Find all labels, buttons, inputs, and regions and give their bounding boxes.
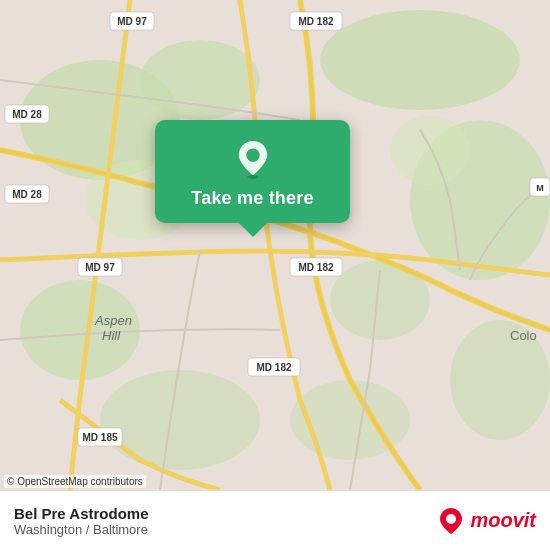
map-container: MD 182 MD 97 MD 28 MD 28 MD 97 MD 182 MD… bbox=[0, 0, 550, 490]
svg-text:MD 28: MD 28 bbox=[12, 189, 42, 200]
location-popup: Take me there bbox=[155, 120, 350, 223]
svg-text:MD 97: MD 97 bbox=[117, 16, 147, 27]
location-info: Bel Pre Astrodome Washington / Baltimore bbox=[14, 505, 148, 537]
svg-text:Hill: Hill bbox=[102, 328, 121, 343]
location-region: Washington / Baltimore bbox=[14, 522, 148, 537]
location-name: Bel Pre Astrodome bbox=[14, 505, 148, 522]
svg-text:MD 185: MD 185 bbox=[82, 432, 117, 443]
svg-point-35 bbox=[246, 149, 259, 162]
svg-point-12 bbox=[390, 115, 470, 185]
svg-point-3 bbox=[320, 10, 520, 110]
svg-point-6 bbox=[20, 280, 140, 380]
osm-attribution: © OpenStreetMap contributors bbox=[4, 475, 146, 488]
svg-point-2 bbox=[140, 40, 260, 120]
moovit-logo: moovit bbox=[436, 506, 536, 536]
moovit-pin-icon bbox=[436, 506, 466, 536]
svg-point-7 bbox=[100, 370, 260, 470]
svg-text:MD 182: MD 182 bbox=[256, 362, 291, 373]
map-svg: MD 182 MD 97 MD 28 MD 28 MD 97 MD 182 MD… bbox=[0, 0, 550, 490]
svg-text:M: M bbox=[536, 183, 544, 193]
svg-text:MD 182: MD 182 bbox=[298, 262, 333, 273]
location-pin-icon bbox=[235, 138, 271, 180]
svg-text:Aspen: Aspen bbox=[94, 313, 132, 328]
svg-text:MD 97: MD 97 bbox=[85, 262, 115, 273]
moovit-brand-text: moovit bbox=[470, 509, 536, 532]
svg-point-34 bbox=[247, 175, 258, 179]
svg-point-36 bbox=[446, 514, 456, 524]
bottom-bar: Bel Pre Astrodome Washington / Baltimore… bbox=[0, 490, 550, 550]
svg-text:MD 28: MD 28 bbox=[12, 109, 42, 120]
svg-text:Colo: Colo bbox=[510, 328, 537, 343]
take-me-there-button[interactable]: Take me there bbox=[191, 188, 313, 209]
svg-text:MD 182: MD 182 bbox=[298, 16, 333, 27]
